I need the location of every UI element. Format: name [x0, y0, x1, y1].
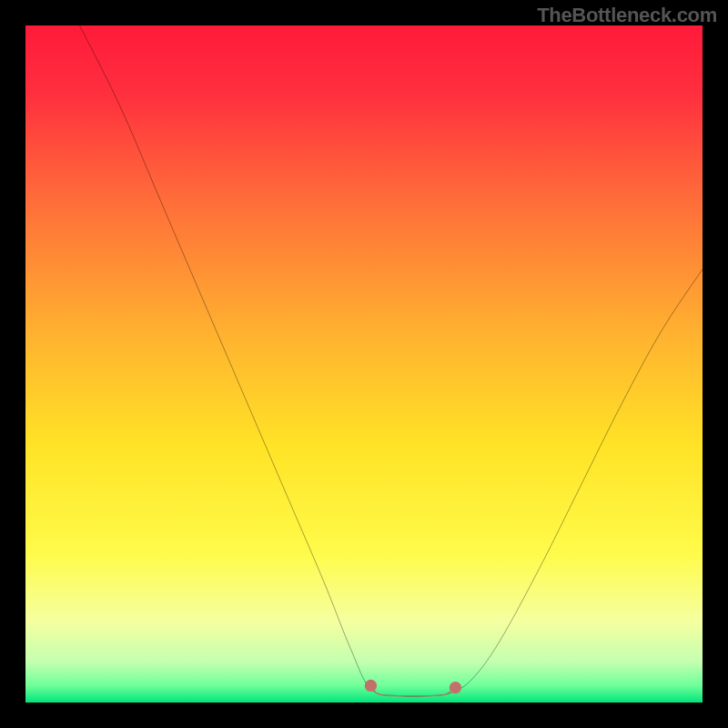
optimal-band-curve	[370, 685, 455, 695]
chart-container: TheBottleneck.com	[0, 0, 728, 728]
plot-area	[25, 25, 703, 703]
bottleneck-curve	[80, 25, 703, 696]
band-endpoint-marker	[365, 680, 377, 692]
optimal-band-markers	[365, 680, 461, 694]
watermark-text: TheBottleneck.com	[537, 4, 717, 27]
band-endpoint-marker	[450, 682, 461, 693]
curve-layer	[25, 25, 703, 703]
